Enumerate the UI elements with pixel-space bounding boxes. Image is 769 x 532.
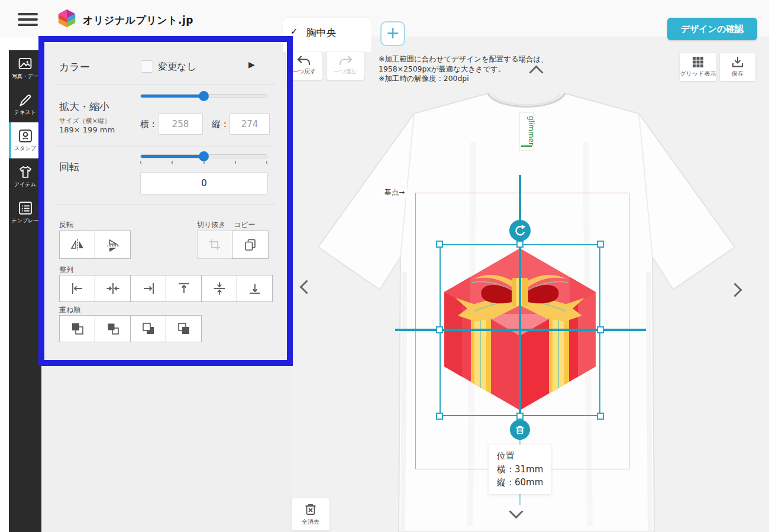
color-nochange-checkbox[interactable] [141, 60, 153, 73]
tshirt-icon [18, 164, 33, 179]
sidebar-item-stamp[interactable]: スタンプ [9, 122, 41, 158]
resize-handle-bottom[interactable] [516, 413, 524, 420]
align-bottom-icon [248, 281, 262, 296]
scale-label: 拡大・縮小 [59, 100, 109, 113]
bring-to-front-icon [70, 322, 85, 336]
send-backward-icon [141, 322, 156, 336]
notice-line-2: 1958×2509pxが最適な大きさです。 [379, 64, 548, 74]
color-expand-icon[interactable]: ▶ [248, 60, 255, 69]
redo-button: 一つ進む [327, 51, 364, 80]
position-x: 横：31mm [497, 463, 543, 476]
undo-button[interactable]: 一つ戻す [285, 51, 323, 80]
bring-forward-icon [106, 322, 120, 336]
resize-handle-top-right[interactable] [597, 241, 604, 248]
sidebar-item-photo[interactable]: 写真・デー [9, 50, 41, 86]
shirt-brand-tag: glimmer [527, 116, 535, 145]
copy-button[interactable] [232, 231, 269, 259]
color-nochange-label: 変更なし [158, 61, 196, 73]
height-label: 縦 : [212, 119, 227, 130]
menu-icon[interactable] [18, 13, 38, 29]
template-list-icon [18, 200, 33, 215]
tab-chest-center[interactable]: ✓ 胸中央 [283, 18, 371, 52]
sidebar-item-label: 写真・デー [12, 73, 38, 80]
align-left-button[interactable] [59, 275, 95, 302]
delete-handle[interactable] [510, 420, 530, 440]
collapse-down-button[interactable] [511, 507, 528, 518]
grid-toggle-button[interactable]: グリッド表示 [679, 52, 717, 82]
bring-forward-button[interactable] [95, 315, 131, 342]
rotate-handle[interactable] [509, 220, 531, 241]
sidebar-item-item[interactable]: アイテム [9, 158, 41, 194]
align-bottom-button[interactable] [237, 275, 273, 302]
divider [56, 205, 276, 205]
notice-line-3: ※加工時の解像度：200dpi [379, 74, 548, 84]
tab-check-icon: ✓ [290, 26, 298, 37]
flip-vertical-button[interactable] [95, 231, 131, 259]
download-icon [731, 56, 744, 69]
width-input[interactable] [158, 113, 203, 135]
copy-icon [244, 238, 257, 251]
flip-label: 反転 [59, 220, 73, 230]
resize-handle-left[interactable] [436, 326, 443, 333]
grid-icon [692, 56, 705, 69]
align-right-button[interactable] [130, 275, 166, 302]
height-input[interactable] [230, 113, 270, 135]
send-to-back-button[interactable] [166, 315, 202, 342]
crop-label: 切り抜き [197, 220, 226, 230]
print-size-notice: ※加工範囲に合わせてデザインを配置する場合は、 1958×2509pxが最適な大… [379, 54, 548, 84]
crop-button [197, 231, 232, 259]
design-canvas[interactable]: glimmer 基点→ [292, 37, 769, 532]
align-top-button[interactable] [166, 275, 202, 302]
prev-view-button[interactable] [297, 282, 312, 297]
crop-icon [208, 238, 221, 251]
align-label: 整列 [59, 265, 73, 275]
add-print-position-button[interactable]: + [380, 21, 405, 46]
divider [56, 85, 276, 85]
clear-all-button[interactable]: 全消去 [291, 498, 330, 531]
next-view-button[interactable] [730, 285, 745, 300]
chevron-right-icon [728, 283, 742, 297]
align-center-horizontal-button[interactable] [95, 275, 131, 302]
undo-icon [297, 56, 311, 66]
stamp-tool-panel: カラー 変更なし ▶ 拡大・縮小 サイズ（横×縦） 189× 199 mm 横 … [41, 37, 292, 532]
resize-handle-top[interactable] [516, 241, 524, 248]
rotate-slider-ticks [140, 161, 267, 164]
resize-handle-bottom-left[interactable] [436, 413, 443, 420]
trash-icon [515, 424, 525, 435]
sidebar-item-template[interactable]: テンプレー [9, 194, 41, 231]
align-center-vertical-button[interactable] [201, 275, 237, 302]
undo-button-label: 一つ戻す [292, 67, 316, 76]
bring-to-front-button[interactable] [59, 315, 95, 342]
design-editor-app: オリジナルプリント.jp 写真・デー テキスト スタンプ [0, 0, 769, 532]
sidebar-item-label: テンプレー [12, 217, 39, 225]
brand-name: オリジナルプリント.jp [83, 14, 193, 27]
flip-horizontal-button[interactable] [59, 231, 95, 259]
resize-handle-right[interactable] [597, 326, 604, 333]
sidebar-item-label: アイテム [14, 181, 36, 189]
save-button[interactable]: 保存 [719, 52, 756, 82]
rotate-input[interactable] [140, 172, 268, 194]
align-right-icon [141, 281, 156, 296]
rotate-slider-thumb[interactable] [199, 151, 209, 161]
sidebar-item-label: スタンプ [14, 145, 36, 153]
selection-bounding-box[interactable] [440, 244, 600, 416]
send-backward-button[interactable] [130, 315, 166, 342]
align-center-horizontal-icon [106, 281, 120, 296]
tool-sidebar: 写真・デー テキスト スタンプ アイテム [9, 50, 41, 532]
color-label: カラー [59, 60, 90, 74]
pencil-icon [18, 92, 33, 107]
collapse-notice-button[interactable] [531, 64, 547, 76]
send-to-back-icon [177, 322, 191, 336]
resize-handle-bottom-right[interactable] [597, 413, 604, 420]
position-y: 縦：60mm [497, 476, 543, 489]
confirm-design-button[interactable]: デザインの確認 [667, 18, 757, 40]
plus-icon: + [386, 23, 399, 43]
resize-handle-top-left[interactable] [436, 241, 443, 248]
scale-slider-thumb[interactable] [199, 91, 209, 101]
position-title: 位置 [497, 449, 543, 463]
sidebar-item-text[interactable]: テキスト [9, 86, 41, 122]
copy-label: コピー [234, 220, 256, 230]
photo-icon [18, 56, 33, 71]
grid-button-label: グリッド表示 [680, 70, 716, 78]
flip-horizontal-icon [69, 238, 86, 252]
